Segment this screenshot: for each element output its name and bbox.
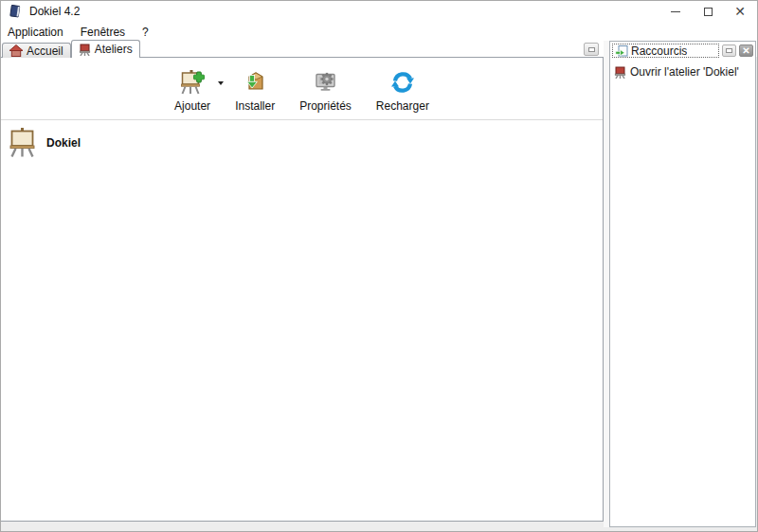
tab-ateliers-label: Ateliers — [95, 43, 133, 56]
add-button-label: Ajouter — [174, 99, 210, 113]
close-icon: ✕ — [734, 5, 746, 18]
shortcuts-title: Raccourcis — [631, 44, 687, 58]
shortcuts-close-button[interactable]: ✕ — [739, 44, 753, 57]
monitor-gear-icon — [314, 70, 338, 95]
app-book-icon — [9, 4, 23, 19]
minimize-button[interactable] — [659, 0, 692, 23]
status-strip — [0, 522, 604, 532]
atelier-list-item-dokiel[interactable]: Dokiel — [7, 127, 597, 158]
package-install-icon — [243, 70, 267, 95]
properties-button[interactable]: Propriétés — [294, 70, 357, 113]
close-button[interactable]: ✕ — [724, 0, 756, 23]
maximize-icon — [704, 8, 713, 16]
window-title: Dokiel 4.2 — [29, 5, 80, 18]
add-dropdown-arrow-icon[interactable] — [218, 81, 224, 85]
shortcuts-title-box[interactable]: Raccourcis — [612, 44, 719, 58]
shortcut-open-atelier-dokiel[interactable]: Ouvrir l'atelier 'Dokiel' — [612, 63, 753, 80]
properties-button-label: Propriétés — [299, 99, 352, 113]
easel-small-icon — [79, 44, 91, 56]
shortcut-label: Ouvrir l'atelier 'Dokiel' — [630, 65, 739, 79]
window-controls: ✕ — [659, 0, 756, 23]
shortcuts-panel: Raccourcis ✕ Ouvrir l'atelier 'Dokiel' — [609, 41, 756, 527]
restore-panel-icon — [588, 47, 595, 52]
shortcuts-header: Raccourcis ✕ — [610, 42, 755, 59]
install-button-label: Installer — [235, 99, 275, 113]
ateliers-toolbar: Ajouter Installer — [1, 58, 603, 120]
minimize-icon — [671, 11, 680, 12]
maximize-button[interactable] — [692, 0, 724, 23]
menu-bar: Application Fenêtres ? — [0, 23, 758, 41]
tab-ateliers[interactable]: Ateliers — [71, 40, 140, 58]
reload-button-label: Recharger — [376, 99, 429, 113]
main-panel-restore-button[interactable] — [584, 43, 599, 56]
home-icon — [9, 44, 23, 57]
close-icon: ✕ — [742, 46, 749, 56]
restore-panel-icon — [726, 48, 732, 53]
add-button-group: Ajouter — [169, 70, 216, 113]
tab-accueil-label: Accueil — [27, 44, 63, 58]
panel-arrow-icon — [615, 44, 628, 58]
reload-button[interactable]: Recharger — [370, 70, 435, 113]
easel-small-icon — [614, 66, 626, 79]
shortcuts-list: Ouvrir l'atelier 'Dokiel' — [610, 59, 755, 85]
add-atelier-button[interactable]: Ajouter — [169, 70, 216, 113]
install-button[interactable]: Installer — [229, 70, 280, 113]
refresh-icon — [390, 70, 415, 95]
atelier-list: Dokiel — [1, 120, 603, 165]
shortcuts-restore-button[interactable] — [722, 44, 736, 57]
easel-large-icon — [9, 128, 36, 157]
tab-accueil[interactable]: Accueil — [2, 43, 71, 58]
menu-fenetres[interactable]: Fenêtres — [72, 24, 134, 41]
easel-add-icon — [180, 70, 205, 95]
menu-application[interactable]: Application — [0, 24, 72, 41]
titlebar: Dokiel 4.2 ✕ — [0, 0, 758, 23]
menu-help[interactable]: ? — [134, 24, 157, 41]
atelier-name: Dokiel — [46, 136, 81, 150]
tab-strip: Accueil Ateliers — [2, 40, 140, 58]
ateliers-panel: Ajouter Installer — [0, 57, 604, 522]
